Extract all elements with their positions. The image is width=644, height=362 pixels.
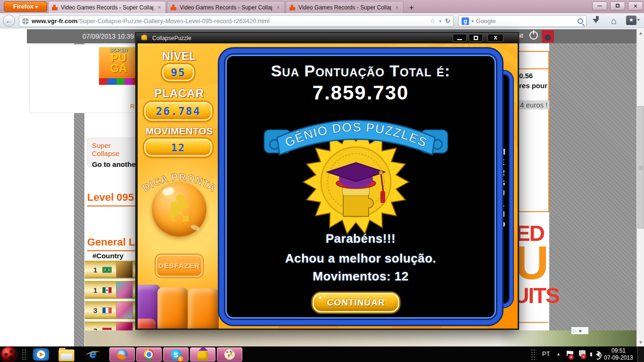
boxart-blocks (99, 78, 138, 85)
language-indicator[interactable]: PT (542, 350, 550, 357)
search-input[interactable]: Google (476, 17, 575, 25)
tab-close-icon[interactable]: × (156, 4, 163, 11)
adchoices-icon[interactable]: ▷ (573, 328, 577, 334)
go-to-another-label: Go to another (92, 160, 140, 168)
score-dialog: Sua Pontuação Total é: 7.859.730 (219, 49, 502, 325)
taskbar-collapsepuzzle-button[interactable] (190, 347, 215, 362)
site-datetime: 07/09/2013 10:39 (83, 33, 134, 40)
super-collapse-link[interactable]: Super Collapse (92, 141, 140, 157)
avatar (116, 281, 133, 298)
continuar-button[interactable]: CONTINUAR (313, 293, 399, 313)
ad-close-icon[interactable]: × (578, 328, 581, 334)
globe-icon[interactable] (22, 18, 29, 25)
skype-icon: S1 (171, 349, 182, 360)
screen: 07/09/2013 10:39 ✉ SUPER PU GA R Super C… (0, 0, 644, 362)
scroll-down-button[interactable]: ▼ (637, 338, 644, 346)
vgr-favicon (170, 4, 177, 11)
media-player-icon[interactable] (33, 348, 49, 361)
tray-show-hidden-icon[interactable]: ▲ (556, 352, 561, 356)
page-bottom-ad-banner[interactable] (85, 330, 636, 346)
nivel-value: 95 (162, 64, 194, 81)
back-button[interactable]: ← (3, 15, 15, 27)
search-icon[interactable] (578, 18, 583, 24)
movimentos-value: 12 (144, 139, 212, 156)
ad-text-part2[interactable]: U (515, 236, 548, 290)
chevron-down-icon: ▾ (35, 4, 38, 9)
ad-divider-line (519, 322, 548, 323)
score-heading: Sua Pontuação Total é: (224, 62, 497, 80)
window-close-button[interactable]: × (628, 1, 643, 10)
taskbar-firefox-button[interactable] (109, 347, 135, 362)
moves-text: Movimentos: 12 (224, 269, 497, 284)
palette-icon (224, 349, 235, 360)
flag-mexico-icon (102, 287, 112, 293)
tray-clock[interactable]: 09:51 07-09-2013 (602, 347, 636, 362)
tab-close-icon[interactable]: × (394, 4, 400, 11)
home-button[interactable]: ⌂ (611, 16, 617, 26)
avatar (116, 302, 133, 319)
url-bar[interactable]: www.vgr-fr.com/Super-Collapse-Puzzle-Gal… (19, 15, 454, 27)
urlbar-dropdown-icon[interactable]: ▾ (439, 19, 442, 24)
scroll-up-button[interactable]: ▲ (637, 29, 644, 37)
google-engine-icon[interactable]: g (462, 17, 469, 25)
url-text[interactable]: www.vgr-fr.com/Super-Collapse-Puzzle-Gal… (32, 17, 427, 25)
bookmark-star-icon[interactable]: ☆ (430, 17, 436, 25)
table-row[interactable]: 1 (85, 261, 140, 279)
boxart-image[interactable]: SUPER PU GA (99, 47, 138, 85)
tab-3[interactable]: Video Games Records - Super Collaps... × (286, 1, 404, 13)
puzzle-icon (198, 352, 208, 360)
network-alert-icon: × (581, 354, 586, 359)
records-partial-link[interactable]: R (130, 103, 134, 110)
bookmarks-dropdown-icon[interactable]: ▾ (637, 17, 640, 22)
table-row[interactable]: 1 (85, 281, 140, 299)
tab-title: Video Games Records - Super Collaps... (298, 4, 391, 11)
adchoices-control[interactable]: ▷ × (571, 327, 588, 334)
taskbar-paint-button[interactable] (217, 347, 242, 362)
engine-dropdown-icon[interactable]: ▾ (471, 19, 474, 24)
continuar-label: CONTINUAR (327, 297, 385, 307)
tab-close-icon[interactable]: × (275, 4, 281, 11)
firefox-icon (117, 349, 127, 360)
downloads-button[interactable] (593, 19, 599, 23)
desfazer-button[interactable]: DESFAZER (156, 255, 203, 277)
tab-1[interactable]: Video Games Records - Super Collaps... × (48, 1, 166, 13)
firefox-menu-button[interactable]: Firefox ▾ (4, 1, 47, 12)
nivel-label: NÍVEL (138, 50, 221, 63)
boxart-line3: GA (99, 63, 138, 74)
power-icon[interactable] (529, 31, 538, 40)
vgr-favicon (289, 4, 296, 11)
right-box-border-right (548, 51, 549, 212)
window-restore-button[interactable] (610, 1, 625, 10)
sparkle (319, 296, 322, 299)
game-close-button[interactable]: X (487, 34, 504, 42)
internet-explorer-icon[interactable]: e (85, 347, 101, 360)
show-desktop-button[interactable] (637, 346, 644, 362)
game-window-icon (141, 35, 147, 40)
volume-icon[interactable] (596, 352, 600, 357)
flag-france-icon (102, 307, 112, 313)
game-maximize-button[interactable] (469, 34, 483, 42)
maximize-icon (474, 36, 478, 40)
orange-cube (189, 288, 219, 329)
right-box-divider (519, 68, 548, 69)
game-minimize-button[interactable] (453, 34, 467, 42)
reload-icon[interactable]: ↻ (445, 17, 450, 25)
bookmarks-button[interactable]: ★ (626, 16, 636, 25)
start-button[interactable] (1, 347, 16, 362)
new-tab-button[interactable]: + (405, 3, 418, 12)
site-avatar[interactable] (542, 30, 554, 42)
page-navbox: Super Collapse Go to another (87, 138, 140, 167)
page-scrollbar[interactable]: ▲ ▼ (636, 29, 644, 346)
puzzle-piece-icon (152, 182, 206, 237)
search-box[interactable]: g ▾ Google (458, 15, 586, 27)
taskbar-chrome-button[interactable] (136, 347, 162, 362)
window-minimize-button[interactable]: — (592, 1, 607, 10)
avatar (116, 261, 133, 278)
scrollbar-thumb[interactable] (637, 106, 644, 229)
taskbar-skype-button[interactable]: S1 (163, 347, 189, 362)
table-row[interactable]: 3 (85, 301, 140, 319)
explorer-icon[interactable] (58, 349, 74, 362)
red-cube (138, 319, 156, 329)
hint-ball-button[interactable] (152, 182, 206, 237)
tab-2[interactable]: Video Games Records - Super Collaps... × (167, 1, 285, 13)
